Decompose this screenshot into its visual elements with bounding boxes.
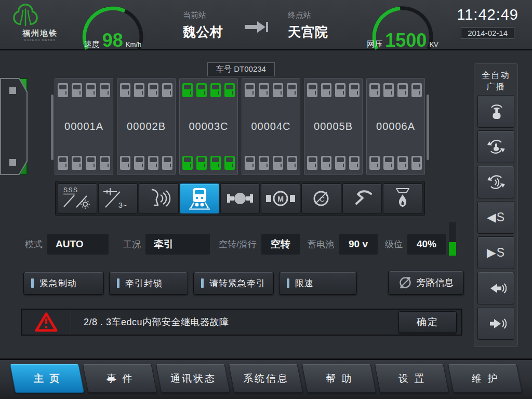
level-label: 级位: [385, 238, 403, 250]
broadcast-right-button[interactable]: [477, 307, 514, 340]
warning-icon: [35, 312, 58, 332]
tab-help[interactable]: 帮 助: [301, 364, 376, 393]
lamp-indicator: [117, 278, 119, 288]
car-doors-bottom: [55, 156, 113, 170]
car-id: 00005B: [304, 121, 362, 132]
touch-broadcast-button[interactable]: [477, 95, 514, 128]
coupler-button[interactable]: [220, 183, 260, 214]
mode-label: 模式: [25, 238, 43, 250]
level-gauge-fill: [449, 242, 456, 256]
tab-maintenance[interactable]: 维 护: [447, 364, 522, 393]
tab-home[interactable]: 主 页: [10, 364, 85, 393]
train-status-button[interactable]: [180, 183, 219, 214]
fuzhou-metro-logo: 福州地铁 FUZHOU METRO: [9, 2, 71, 42]
level-field: 级位 40%: [385, 234, 446, 255]
coupler-icon: [223, 185, 257, 212]
pa-broadcast-icon: [142, 185, 176, 212]
car-doors-top: [242, 83, 300, 97]
svg-text:C: C: [320, 195, 325, 203]
alert-icon-cell: [22, 310, 71, 335]
brake-release-button[interactable]: [342, 183, 382, 214]
fault-alert-bar: 2/8 . 3车edcu内部安全继电器故障 确定: [21, 309, 462, 336]
battery-label: 蓄电池: [308, 238, 334, 250]
work-condition-field: 工况 牵引: [123, 234, 210, 255]
car-00004C[interactable]: 00004C: [242, 78, 300, 175]
slip-slide-value: 空转: [261, 234, 300, 255]
aux-inverter-button[interactable]: 3~: [98, 183, 138, 214]
logo-subtitle: FUZHOU METRO: [9, 38, 71, 42]
fire-alarm-button[interactable]: [383, 183, 422, 214]
battery-value: 90 v: [339, 234, 378, 255]
voltage-gauge: 网压 1500 KV: [364, 3, 442, 50]
bypass-icon: [398, 276, 412, 289]
car-doors-bottom: [117, 156, 175, 170]
confirm-button[interactable]: 确定: [398, 311, 457, 333]
car-00006A[interactable]: 00006A: [366, 78, 425, 175]
cab-light-square: [9, 87, 16, 94]
auto-broadcast-title: 全自动 广播: [474, 70, 517, 92]
car-doors-bottom: [242, 156, 300, 170]
car-doors-bottom: [367, 156, 424, 170]
level-value: 40%: [407, 234, 446, 255]
metro-tree-icon: [9, 2, 42, 30]
cab-rear: [0, 78, 28, 175]
car-00005B[interactable]: 00005B: [304, 78, 363, 175]
brake-release-icon: [345, 185, 379, 212]
traction-motor-icon: M: [263, 185, 298, 212]
audio-cycle-button[interactable]: [477, 166, 514, 198]
clock: 11:42:49 2014-02-14: [457, 6, 518, 39]
traction-motor-button[interactable]: M: [261, 183, 300, 214]
train-hmi-screen: 福州地铁 FUZHOU METRO 速度 98 Km/h 当前站 魏公村 终点站: [0, 0, 532, 399]
mode-field: 模式 AUTO: [25, 234, 109, 255]
svg-text:SSS: SSS: [63, 187, 78, 194]
touch-cycle-button[interactable]: [477, 130, 514, 163]
current-station-label: 当前站: [183, 10, 223, 20]
car-00001A[interactable]: 00001A: [55, 78, 113, 175]
terminal-station-label: 终点站: [288, 10, 328, 20]
logo-name: 福州地铁: [9, 29, 71, 38]
car-doors-top: [117, 83, 175, 97]
lamp-indicator: [287, 278, 289, 288]
broadcast-left-button[interactable]: [477, 272, 514, 304]
emergency-traction-lamp[interactable]: 请转紧急牵引: [193, 272, 274, 295]
bottom-nav-bar: 主 页 事 件 通讯状态 系统信息 帮 助 设 置 维 护: [0, 358, 532, 399]
current-station-name: 魏公村: [183, 23, 223, 41]
car-00002B[interactable]: 00002B: [117, 78, 176, 175]
emergency-brake-lamp[interactable]: 紧急制动: [23, 272, 104, 295]
work-condition-value: 牵引: [145, 234, 210, 255]
current-station: 当前站 魏公村: [183, 10, 223, 41]
pa-broadcast-button[interactable]: [139, 183, 178, 214]
speed-limit-lamp[interactable]: 限速: [279, 272, 357, 295]
train-number-badge: 车号 DT00234: [207, 62, 275, 76]
tab-comm-status[interactable]: 通讯状态: [155, 364, 230, 393]
slip-slide-field: 空转/滑行 空转: [219, 234, 300, 255]
voltage-label: 网压: [367, 39, 382, 49]
header: 福州地铁 FUZHOU METRO 速度 98 Km/h 当前站 魏公村 终点站: [0, 0, 532, 50]
prev-station-icon: ◀S: [487, 210, 505, 224]
air-compressor-button[interactable]: C: [301, 183, 341, 214]
svg-text:3~: 3~: [118, 201, 127, 209]
tab-events[interactable]: 事 件: [83, 364, 157, 393]
car-id: 00001A: [55, 121, 113, 132]
next-station-button[interactable]: ▶S: [477, 236, 514, 269]
prev-station-button[interactable]: ◀S: [477, 201, 514, 234]
lighting-isolation-icon: SSS: [60, 185, 95, 212]
broadcast-left-icon: [486, 278, 507, 299]
traction-lock-lamp[interactable]: 牵引封锁: [109, 272, 188, 295]
audio-cycle-icon: [486, 172, 507, 193]
mode-value: AUTO: [47, 234, 109, 255]
bypass-info-button[interactable]: 旁路信息: [388, 271, 464, 295]
broadcast-right-icon: [486, 313, 507, 334]
battery-field: 蓄电池 90 v: [308, 234, 378, 255]
tab-system-info[interactable]: 系统信息: [229, 364, 303, 393]
time: 11:42:49: [457, 6, 518, 23]
car-doors-top: [367, 83, 424, 97]
train-number-wrap: 车号 DT00234: [21, 62, 461, 76]
car-00003C[interactable]: 00003C: [179, 78, 238, 175]
train-icon: [182, 185, 217, 212]
touch-cycle-icon: [486, 137, 507, 157]
car-doors-bottom: [304, 156, 362, 170]
car-doors-bottom: [180, 156, 237, 170]
lighting-isolation-button[interactable]: SSS: [58, 183, 97, 214]
tab-settings[interactable]: 设 置: [375, 364, 449, 393]
